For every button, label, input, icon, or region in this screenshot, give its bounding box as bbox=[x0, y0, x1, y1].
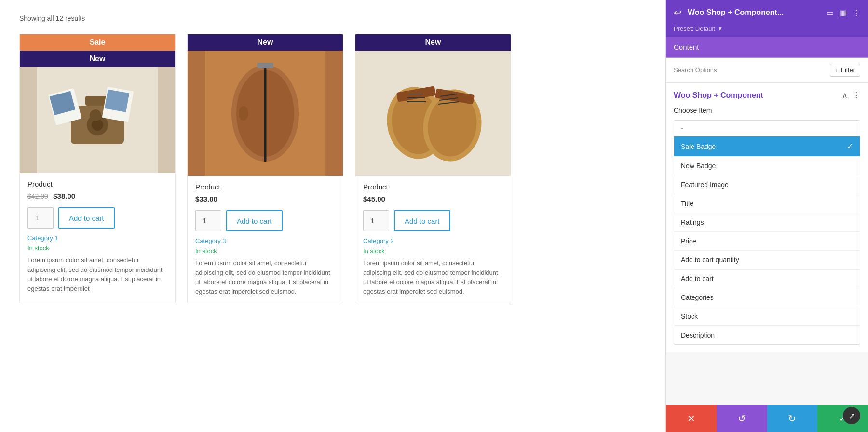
dropdown-item-price[interactable]: Price bbox=[674, 232, 860, 251]
quantity-input-3[interactable] bbox=[363, 210, 389, 231]
dropdown-item-label-add-to-cart-quantity: Add to cart quantity bbox=[681, 256, 739, 264]
product-image-2 bbox=[188, 51, 343, 176]
svg-rect-8 bbox=[105, 89, 129, 112]
product-info-2: Product $33.00 Add to cart Category 3 In… bbox=[188, 176, 343, 303]
dropdown-item-label-categories: Categories bbox=[681, 294, 714, 301]
dropdown-item-new-badge[interactable]: New Badge bbox=[674, 157, 860, 176]
dropdown-item-label-new-badge: New Badge bbox=[681, 162, 716, 170]
dropdown-item-label-description: Description bbox=[681, 331, 715, 339]
back-icon[interactable]: ↩ bbox=[674, 7, 682, 18]
product-name-2: Product bbox=[195, 183, 335, 191]
quantity-input-1[interactable] bbox=[27, 207, 54, 229]
content-tab[interactable]: Content bbox=[666, 37, 868, 58]
layout-icon[interactable]: ▦ bbox=[840, 8, 847, 17]
undo-button[interactable]: ↺ bbox=[717, 405, 767, 432]
component-section-icons: ∧ ⋮ bbox=[842, 91, 860, 100]
product-image-3 bbox=[355, 51, 511, 176]
product-category-3[interactable]: Category 2 bbox=[363, 237, 503, 244]
product-category-2[interactable]: Category 3 bbox=[195, 237, 335, 244]
main-content: Showing all 12 results Sale New bbox=[0, 0, 665, 432]
dropdown-item-label-add-to-cart: Add to cart bbox=[681, 275, 714, 283]
cancel-button[interactable]: ✕ bbox=[666, 405, 717, 432]
add-to-cart-row-2: Add to cart bbox=[195, 210, 335, 231]
product-info-3: Product $45.00 Add to cart Category 2 In… bbox=[355, 176, 511, 303]
add-to-cart-button-1[interactable]: Add to cart bbox=[58, 207, 115, 229]
product-stock-3: In stock bbox=[363, 247, 503, 255]
dropdown-dash-item[interactable]: - bbox=[674, 121, 860, 136]
save-button[interactable]: ✓ bbox=[817, 405, 868, 432]
filter-button[interactable]: + Filter bbox=[830, 64, 860, 77]
checkmark-icon: ✓ bbox=[847, 142, 853, 151]
panel-header-icons: ▭ ▦ ⋮ bbox=[827, 8, 860, 17]
product-card-2: New Product $33.00 bbox=[187, 34, 343, 303]
product-description-2: Lorem ipsum dolor sit amet, consectetur … bbox=[195, 258, 335, 296]
product-image-1 bbox=[20, 67, 175, 173]
redo-icon: ↻ bbox=[788, 413, 796, 424]
new-badge-2: New bbox=[188, 34, 343, 51]
product-description-3: Lorem ipsum dolor sit amet, consectetur … bbox=[363, 258, 503, 296]
svg-point-3 bbox=[92, 119, 103, 131]
product-info-1: Product $42.00 $38.00 Add to cart Catego… bbox=[20, 173, 175, 300]
dropdown-list: - Sale Badge ✓ New Badge Featured Image … bbox=[674, 120, 860, 345]
product-name-3: Product bbox=[363, 183, 503, 191]
search-options-bar: Search Options + Filter bbox=[666, 58, 868, 83]
new-badge-3: New bbox=[355, 34, 511, 51]
product-description-1: Lorem ipsum dolor sit amet, consectetur … bbox=[27, 256, 167, 293]
badge-container-3: New bbox=[355, 34, 511, 51]
dropdown-item-categories[interactable]: Categories bbox=[674, 288, 860, 307]
products-grid: Sale New Product bbox=[19, 34, 511, 303]
price-original-1: $42.00 bbox=[27, 192, 48, 200]
add-to-cart-row-1: Add to cart bbox=[27, 207, 167, 229]
collapse-icon[interactable]: ∧ bbox=[842, 91, 848, 100]
component-section-header: Woo Shop + Component ∧ ⋮ bbox=[674, 91, 860, 100]
dropdown-item-sale-badge[interactable]: Sale Badge ✓ bbox=[674, 136, 860, 157]
badge-container-2: New bbox=[188, 34, 343, 51]
dropdown-item-label-stock: Stock bbox=[681, 312, 698, 320]
dropdown-item-title[interactable]: Title bbox=[674, 194, 860, 213]
badge-container-1: Sale New bbox=[20, 34, 175, 67]
preset-selector[interactable]: Preset: Default ▼ bbox=[666, 25, 868, 37]
dropdown-item-description[interactable]: Description bbox=[674, 326, 860, 344]
fullscreen-icon[interactable]: ▭ bbox=[827, 8, 834, 17]
preset-chevron-icon: ▼ bbox=[717, 25, 723, 32]
dropdown-item-label-featured-image: Featured Image bbox=[681, 181, 729, 189]
more-icon[interactable]: ⋮ bbox=[853, 8, 860, 17]
quantity-input-2[interactable] bbox=[195, 210, 221, 231]
arrow-icon: ↗ bbox=[849, 411, 855, 420]
dropdown-item-add-to-cart[interactable]: Add to cart bbox=[674, 270, 860, 288]
product-price-2: $33.00 bbox=[195, 195, 335, 203]
component-more-icon[interactable]: ⋮ bbox=[853, 91, 860, 100]
component-section-title: Woo Shop + Component bbox=[674, 91, 842, 100]
price-only-3: $45.00 bbox=[363, 195, 385, 203]
product-category-1[interactable]: Category 1 bbox=[27, 234, 167, 242]
add-to-cart-row-3: Add to cart bbox=[363, 210, 503, 231]
new-badge: New bbox=[20, 51, 175, 67]
search-options-text: Search Options bbox=[674, 67, 826, 74]
product-stock-2: In stock bbox=[195, 247, 335, 255]
dropdown-item-featured-image[interactable]: Featured Image bbox=[674, 176, 860, 194]
dropdown-item-label-price: Price bbox=[681, 237, 696, 245]
dropdown-item-add-to-cart-quantity[interactable]: Add to cart quantity bbox=[674, 251, 860, 270]
redo-button[interactable]: ↻ bbox=[767, 405, 818, 432]
dropdown-item-ratings[interactable]: Ratings bbox=[674, 213, 860, 232]
bottom-right-arrow-icon[interactable]: ↗ bbox=[843, 407, 860, 424]
preset-label: Preset: Default bbox=[674, 25, 715, 32]
dropdown-item-label-title: Title bbox=[681, 200, 693, 207]
price-current-1: $38.00 bbox=[53, 192, 75, 200]
svg-rect-15 bbox=[205, 51, 326, 176]
undo-icon: ↺ bbox=[738, 413, 746, 424]
product-price-3: $45.00 bbox=[363, 195, 503, 203]
product-name-1: Product bbox=[27, 180, 167, 188]
right-panel: ↩ Woo Shop + Component... ▭ ▦ ⋮ Preset: … bbox=[665, 0, 868, 432]
add-to-cart-button-2[interactable]: Add to cart bbox=[226, 210, 283, 231]
dropdown-item-label-sale-badge: Sale Badge bbox=[681, 143, 716, 150]
dropdown-item-stock[interactable]: Stock bbox=[674, 307, 860, 326]
add-to-cart-button-3[interactable]: Add to cart bbox=[394, 210, 450, 231]
content-tab-label: Content bbox=[674, 43, 699, 51]
product-price-1: $42.00 $38.00 bbox=[27, 192, 167, 201]
choose-item-label: Choose Item bbox=[674, 107, 860, 114]
panel-title: Woo Shop + Component... bbox=[688, 8, 821, 17]
panel-body: Search Options + Filter Woo Shop + Compo… bbox=[666, 58, 868, 405]
product-card-1: Sale New Product bbox=[19, 34, 176, 303]
results-count: Showing all 12 results bbox=[19, 14, 646, 22]
